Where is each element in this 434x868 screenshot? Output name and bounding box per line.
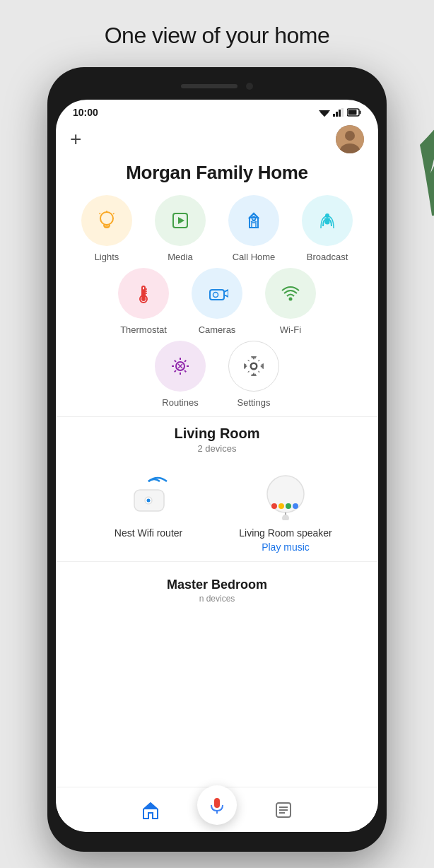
svg-point-33 (289, 298, 293, 301)
shortcut-call-home[interactable]: Call Home (220, 195, 288, 262)
status-bar: 10:00 (56, 100, 378, 122)
shortcut-cameras[interactable]: Cameras (183, 268, 251, 335)
home-nav-icon (141, 800, 160, 820)
add-button[interactable]: + (70, 129, 81, 149)
thermostat-icon-circle (118, 268, 169, 319)
svg-point-56 (282, 515, 289, 520)
bulb-icon (95, 209, 118, 232)
sun-icon (169, 355, 192, 377)
broadcast-label: Broadcast (307, 252, 348, 262)
nest-wifi-name: Nest Wifi router (115, 527, 182, 539)
call-home-label: Call Home (233, 252, 276, 262)
wifi-status-icon (319, 108, 330, 117)
wifi-icon (279, 282, 302, 305)
router-icon (119, 467, 179, 520)
svg-line-42 (175, 370, 176, 372)
device-nest-wifi[interactable]: Nest Wifi router (99, 465, 198, 539)
svg-point-51 (271, 503, 277, 509)
lights-icon-circle (81, 195, 132, 246)
svg-rect-7 (360, 111, 361, 115)
media-label: Media (168, 252, 192, 262)
shortcut-grid: Lights Media (56, 195, 378, 408)
shortcut-thermostat[interactable]: Thermostat (110, 268, 177, 335)
svg-line-40 (184, 370, 186, 372)
broadcast-icon (316, 209, 339, 232)
living-room-title: Living Room (73, 426, 361, 442)
svg-rect-57 (214, 798, 220, 808)
play-icon (169, 209, 192, 232)
call-home-icon-circle (228, 195, 279, 246)
divider-2 (56, 561, 378, 562)
svg-line-15 (100, 213, 101, 215)
page-title: One view of your home (0, 0, 434, 63)
wifi-label: Wi-Fi (280, 324, 301, 335)
thermometer-icon (132, 282, 155, 305)
shortcut-settings[interactable]: Settings (220, 341, 288, 408)
shortcut-broadcast[interactable]: Broadcast (293, 195, 361, 262)
svg-rect-5 (341, 108, 344, 117)
svg-point-49 (146, 498, 150, 502)
app-header: + (56, 122, 378, 159)
shortcut-media[interactable]: Media (146, 195, 214, 262)
media-icon-circle (155, 195, 206, 246)
cameras-label: Cameras (199, 324, 236, 335)
svg-point-46 (251, 363, 257, 369)
status-icons (319, 108, 361, 117)
fab-mic-button[interactable] (197, 785, 237, 825)
svg-rect-19 (252, 223, 256, 228)
nav-home[interactable] (141, 800, 160, 820)
phone-speaker (181, 84, 237, 88)
gear-icon (242, 355, 265, 377)
device-lr-speaker[interactable]: Living Room speaker Play music (236, 465, 335, 553)
svg-point-54 (293, 503, 298, 509)
svg-rect-30 (210, 290, 224, 300)
grid-row-1: Lights Media (67, 195, 367, 262)
devices-row: Nest Wifi router (73, 465, 361, 553)
svg-point-26 (141, 297, 146, 301)
routines-icon-circle (155, 341, 206, 392)
phone-frame: 10:00 (47, 67, 387, 852)
shortcut-routines[interactable]: Routines (146, 341, 214, 408)
cameras-icon-circle (192, 268, 242, 319)
svg-marker-1 (320, 112, 329, 117)
speaker-icon (256, 467, 316, 520)
nest-wifi-icon-area (117, 465, 180, 522)
svg-marker-18 (178, 217, 184, 224)
camera-icon (206, 282, 228, 305)
master-bedroom-title: Master Bedroom (56, 570, 378, 594)
phone-camera (246, 83, 253, 90)
svg-line-39 (175, 360, 176, 362)
play-music-link[interactable]: Play music (262, 541, 310, 553)
svg-point-52 (278, 503, 284, 509)
svg-rect-4 (339, 110, 341, 117)
svg-rect-3 (336, 112, 338, 117)
living-room-subtitle: 2 devices (73, 443, 361, 454)
svg-rect-25 (143, 289, 144, 298)
svg-point-22 (325, 213, 329, 218)
call-home-icon (242, 209, 265, 232)
svg-point-32 (213, 293, 218, 298)
list-nav-icon (274, 800, 293, 820)
grid-row-2: Thermostat Cameras (67, 268, 367, 335)
bottom-nav (56, 787, 378, 832)
living-room-section: Living Room 2 devices (56, 426, 378, 553)
shortcut-lights[interactable]: Lights (73, 195, 141, 262)
phone-notch-area (56, 76, 378, 97)
svg-marker-31 (224, 290, 228, 297)
shortcut-wifi[interactable]: Wi-Fi (257, 268, 324, 335)
status-time: 10:00 (73, 107, 98, 118)
master-bedroom-subtitle: n devices (56, 594, 378, 604)
svg-point-12 (100, 212, 113, 225)
signal-icon (333, 108, 344, 117)
svg-line-41 (184, 360, 186, 362)
svg-rect-8 (348, 110, 357, 115)
svg-line-16 (113, 213, 115, 215)
avatar[interactable] (336, 125, 364, 153)
grid-row-3: Routines (67, 341, 367, 408)
settings-label: Settings (237, 397, 271, 408)
lights-label: Lights (95, 252, 119, 262)
plant-decoration (392, 74, 434, 216)
nav-list[interactable] (274, 800, 293, 820)
divider-1 (56, 416, 378, 417)
routines-label: Routines (162, 397, 198, 408)
